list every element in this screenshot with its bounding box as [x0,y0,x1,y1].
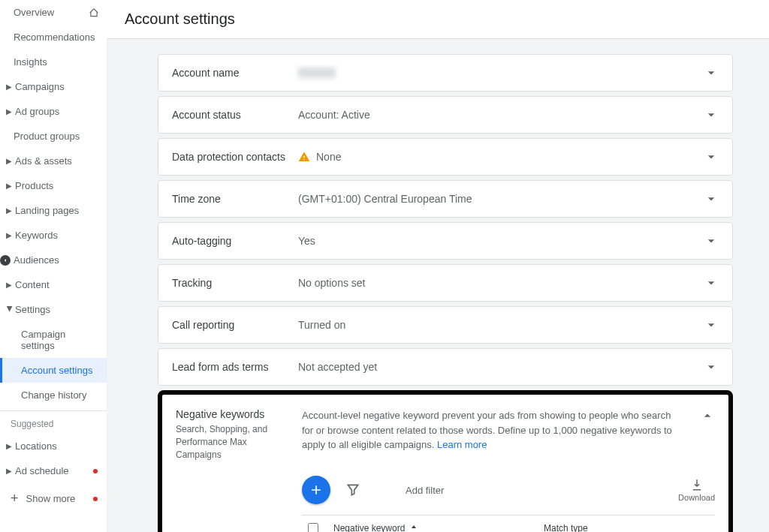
panel-value: Yes [298,235,704,247]
sidebar-item-label: Landing pages [15,205,79,216]
sidebar-item-change-history[interactable]: Change history [0,383,107,407]
chevron-down-icon [704,65,719,80]
panel-data-protection[interactable]: Data protection contacts None [158,138,733,176]
sidebar-item-landing-pages[interactable]: ▶Landing pages [0,198,107,223]
caret-down-icon: ▶ [6,306,14,314]
panel-label: Data protection contacts [172,151,298,163]
sidebar-item-label: Show more [26,493,76,504]
panel-value: Account: Active [298,109,704,121]
notification-dot-icon [93,469,98,473]
sidebar: Overview Recommendations Insights ▶Campa… [0,0,107,532]
caret-icon: ▶ [6,467,14,475]
sidebar-item-product-groups[interactable]: Product groups [0,124,107,149]
sidebar-item-audiences[interactable]: Audiences [0,248,107,272]
plus-icon: + [11,491,19,506]
add-button[interactable] [302,476,330,504]
caret-icon: ▶ [6,83,14,91]
sidebar-item-ad-groups[interactable]: ▶Ad groups [0,99,107,124]
sidebar-item-label: Settings [15,304,50,315]
negative-keywords-panel: Negative keywords Search, Shopping, and … [158,390,733,532]
sidebar-item-settings[interactable]: ▶Settings [0,297,107,322]
panel-lead-form[interactable]: Lead form ads terms Not accepted yet [158,348,733,386]
sidebar-item-label: Campaigns [15,81,65,92]
sidebar-item-recommendations[interactable]: Recommendations [0,25,107,50]
download-button[interactable]: Download [678,478,715,502]
panel-value: (GMT+01:00) Central European Time [298,193,704,205]
chevron-down-icon [704,233,719,248]
sidebar-item-label: Overview [14,7,54,18]
caret-icon: ▶ [6,281,14,289]
download-icon [690,478,704,491]
chevron-down-icon [704,317,719,332]
sidebar-item-locations[interactable]: ▶Locations [0,434,107,458]
panel-tracking[interactable]: Tracking No options set [158,264,733,302]
panel-label: Tracking [172,277,298,289]
collapse-button[interactable] [700,408,715,423]
sidebar-collapse-button[interactable] [0,255,11,266]
sidebar-item-label: Account settings [21,365,92,376]
sidebar-item-label: Ads & assets [15,155,72,167]
filter-icon[interactable] [345,482,360,497]
home-icon [89,8,99,18]
sidebar-item-ads-assets[interactable]: ▶Ads & assets [0,149,107,173]
chevron-down-icon [704,149,719,164]
sidebar-item-label: Content [15,279,50,290]
panel-value [298,68,704,78]
panel-value: None [298,151,704,163]
select-all-checkbox[interactable] [308,523,318,532]
panel-auto-tagging[interactable]: Auto-tagging Yes [158,222,733,260]
panel-label: Call reporting [172,319,298,331]
sidebar-item-label: Locations [15,440,57,452]
sidebar-item-label: Insights [14,56,47,68]
panel-value: Turned on [298,319,704,331]
panel-call-reporting[interactable]: Call reporting Turned on [158,306,733,344]
sidebar-item-products[interactable]: ▶Products [0,173,107,198]
sidebar-item-account-settings[interactable]: Account settings [0,358,107,383]
caret-icon: ▶ [6,442,14,450]
add-filter-label[interactable]: Add filter [406,485,444,496]
sidebar-item-keywords[interactable]: ▶Keywords [0,223,107,248]
chevron-down-icon [704,191,719,206]
sidebar-item-campaigns[interactable]: ▶Campaigns [0,74,107,99]
page-header: Account settings [107,0,769,39]
sidebar-item-label: Products [15,180,53,191]
panel-account-name[interactable]: Account name [158,54,733,92]
warning-icon [298,151,310,163]
sort-arrow-icon [409,524,418,532]
sidebar-item-overview[interactable]: Overview [0,0,107,25]
sidebar-show-more[interactable]: +Show more [0,483,107,514]
sidebar-item-insights[interactable]: Insights [0,50,107,74]
caret-icon: ▶ [6,107,14,116]
sidebar-item-label: Keywords [15,230,58,241]
table-header-row: Negative keyword Match type [302,515,715,532]
sidebar-item-label: Product groups [14,131,80,142]
column-negative-keyword[interactable]: Negative keyword [333,523,544,532]
panel-value: Not accepted yet [298,361,704,373]
panel-account-status[interactable]: Account status Account: Active [158,96,733,134]
notification-dot-icon [93,497,98,501]
panel-time-zone[interactable]: Time zone (GMT+01:00) Central European T… [158,180,733,218]
caret-icon: ▶ [6,182,14,190]
panel-label: Time zone [172,193,298,205]
caret-icon: ▶ [6,157,14,165]
sidebar-section-suggested: Suggested [0,410,107,434]
negkw-title: Negative keywords [176,408,287,420]
negkw-subtitle: Search, Shopping, and Performance Max Ca… [176,423,287,461]
redacted-text [298,68,336,78]
sidebar-item-campaign-settings[interactable]: Campaign settings [0,322,107,358]
chevron-down-icon [704,107,719,122]
negkw-description: Account-level negative keyword prevent y… [302,408,676,452]
chevron-down-icon [704,359,719,374]
sidebar-item-ad-schedule[interactable]: ▶Ad schedule [0,458,107,483]
sidebar-item-content[interactable]: ▶Content [0,272,107,297]
negkw-table: Negative keyword Match type You don't ha… [302,515,715,532]
panel-label: Account status [172,109,298,121]
sidebar-item-label: Audiences [14,254,59,266]
caret-icon: ▶ [6,231,14,239]
learn-more-link[interactable]: Learn more [437,439,487,450]
panel-label: Lead form ads terms [172,361,298,373]
column-match-type[interactable]: Match type [544,523,709,532]
sidebar-item-label: Campaign settings [21,329,99,351]
sidebar-item-label: Recommendations [14,32,95,43]
chevron-down-icon [704,275,719,290]
